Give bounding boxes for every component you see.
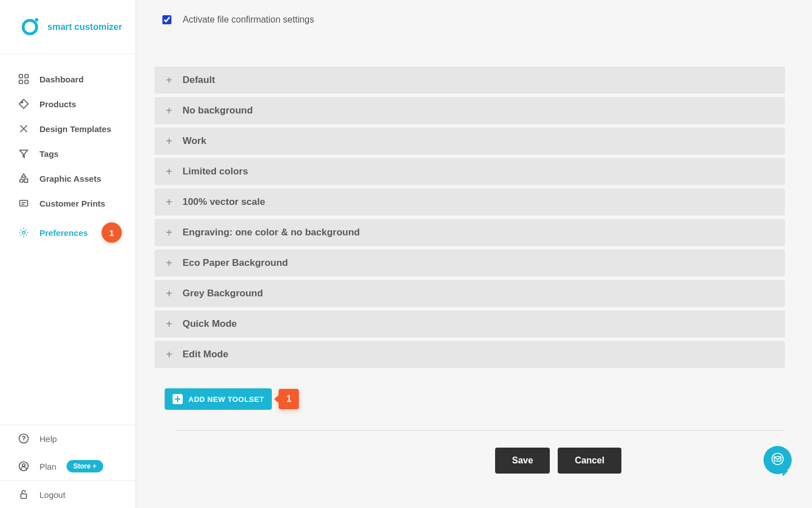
expand-icon: + <box>166 349 173 360</box>
add-button-label: ADD NEW TOOLSET <box>188 395 264 404</box>
sidebar-item-label: Products <box>39 99 76 109</box>
sidebar-item-label: Tags <box>39 149 59 159</box>
expand-icon: + <box>166 257 173 269</box>
svg-rect-3 <box>25 75 28 78</box>
mail-icon <box>771 452 784 468</box>
toolset-item-vector-scale[interactable]: + 100% vector scale <box>155 189 785 216</box>
plus-square-icon <box>173 394 183 404</box>
toolset-label: Edit Mode <box>183 349 228 360</box>
sidebar-item-help[interactable]: Help <box>0 425 135 452</box>
toolset-label: Eco Paper Background <box>183 257 288 269</box>
svg-rect-4 <box>19 80 23 84</box>
sidebar-item-label: Graphic Assets <box>39 174 102 183</box>
shapes-icon <box>18 173 29 184</box>
svg-point-6 <box>21 102 23 103</box>
help-icon <box>18 433 29 444</box>
toolset-label: Quick Mode <box>183 318 237 330</box>
nav: Dashboard Products Design Templates Tags… <box>0 54 135 424</box>
toolset-item-grey-background[interactable]: + Grey Background <box>155 280 785 307</box>
lock-icon <box>18 489 29 500</box>
expand-icon: + <box>166 75 173 86</box>
svg-point-7 <box>20 179 23 182</box>
sidebar-item-label: Logout <box>39 490 65 500</box>
expand-icon: + <box>166 288 173 299</box>
sidebar-item-products[interactable]: Products <box>0 91 135 116</box>
toolset-item-work[interactable]: + Work <box>155 128 785 155</box>
svg-rect-9 <box>20 200 28 206</box>
toolset-item-eco-paper[interactable]: + Eco Paper Background <box>155 249 785 277</box>
expand-icon: + <box>166 227 173 238</box>
sidebar-item-label: Plan <box>39 462 56 471</box>
svg-point-1 <box>35 18 38 21</box>
activate-settings-row: Activate file confirmation settings <box>135 0 812 25</box>
plan-badge: Store + <box>67 460 103 472</box>
sidebar-item-preferences[interactable]: Preferences 1 <box>0 216 135 249</box>
brand: smart customizer <box>0 0 135 54</box>
sidebar-footer: Help Plan Store + Logout <box>0 424 135 508</box>
brand-logo-icon <box>20 16 39 38</box>
svg-point-10 <box>23 231 25 234</box>
sidebar: smart customizer Dashboard Products Desi… <box>0 0 135 508</box>
svg-point-16 <box>772 453 783 465</box>
cancel-button[interactable]: Cancel <box>558 448 621 474</box>
sidebar-item-plan[interactable]: Plan Store + <box>0 452 135 480</box>
save-button[interactable]: Save <box>495 448 550 474</box>
toolset-label: Engraving: one color & no background <box>183 227 360 238</box>
main-content: Activate file confirmation settings + De… <box>135 0 812 508</box>
toolset-label: Default <box>183 75 215 86</box>
expand-icon: + <box>166 166 173 177</box>
toolset-item-limited-colors[interactable]: + Limited colors <box>155 158 785 185</box>
sidebar-item-label: Help <box>39 434 57 444</box>
gear-icon <box>18 227 29 238</box>
svg-point-0 <box>23 20 37 34</box>
expand-icon: + <box>166 105 173 116</box>
filter-icon <box>18 148 29 159</box>
svg-rect-8 <box>24 179 28 182</box>
tag-icon <box>18 98 29 110</box>
print-icon <box>18 198 29 209</box>
svg-rect-17 <box>774 457 781 461</box>
preferences-badge: 1 <box>102 222 122 243</box>
activate-settings-label: Activate file confirmation settings <box>183 15 314 25</box>
sidebar-item-label: Design Templates <box>39 124 111 134</box>
expand-icon: + <box>166 196 173 208</box>
toolset-label: No background <box>183 105 253 116</box>
sidebar-item-label: Preferences <box>39 228 88 238</box>
svg-rect-15 <box>21 494 27 498</box>
expand-icon: + <box>166 318 173 330</box>
brand-name: smart customizer <box>47 22 122 32</box>
sidebar-item-customer-prints[interactable]: Customer Prints <box>0 191 135 216</box>
svg-point-14 <box>23 464 25 467</box>
toolset-item-quick-mode[interactable]: + Quick Mode <box>155 310 785 338</box>
sidebar-item-logout[interactable]: Logout <box>0 481 135 508</box>
toolset-label: Work <box>183 135 206 147</box>
svg-point-12 <box>23 441 24 442</box>
toolset-item-edit-mode[interactable]: + Edit Mode <box>155 341 785 368</box>
svg-rect-5 <box>25 80 28 84</box>
sidebar-item-graphic-assets[interactable]: Graphic Assets <box>0 166 135 191</box>
activate-settings-checkbox[interactable] <box>162 15 171 24</box>
toolset-item-engraving[interactable]: + Engraving: one color & no background <box>155 219 785 246</box>
sidebar-item-design-templates[interactable]: Design Templates <box>0 116 135 141</box>
toolset-item-no-background[interactable]: + No background <box>155 97 785 124</box>
sidebar-item-tags[interactable]: Tags <box>0 141 135 166</box>
user-icon <box>18 461 29 472</box>
toolset-label: Limited colors <box>183 166 248 177</box>
sidebar-item-label: Customer Prints <box>39 199 105 208</box>
toolset-list: + Default + No background + Work + Limit… <box>135 25 812 368</box>
add-toolset-row: ADD NEW TOOLSET 1 <box>135 371 812 410</box>
callout-badge: 1 <box>279 389 299 409</box>
tools-icon <box>18 123 29 134</box>
sidebar-item-label: Dashboard <box>39 75 83 84</box>
chat-tail-icon <box>783 471 788 476</box>
expand-icon: + <box>166 135 173 147</box>
add-new-toolset-button[interactable]: ADD NEW TOOLSET <box>165 388 272 410</box>
svg-rect-2 <box>19 75 23 78</box>
dashboard-icon <box>18 73 29 85</box>
toolset-item-default[interactable]: + Default <box>155 67 785 94</box>
chat-button[interactable] <box>764 446 792 474</box>
toolset-label: 100% vector scale <box>183 196 266 208</box>
sidebar-item-dashboard[interactable]: Dashboard <box>0 67 135 91</box>
toolset-label: Grey Background <box>183 288 263 299</box>
